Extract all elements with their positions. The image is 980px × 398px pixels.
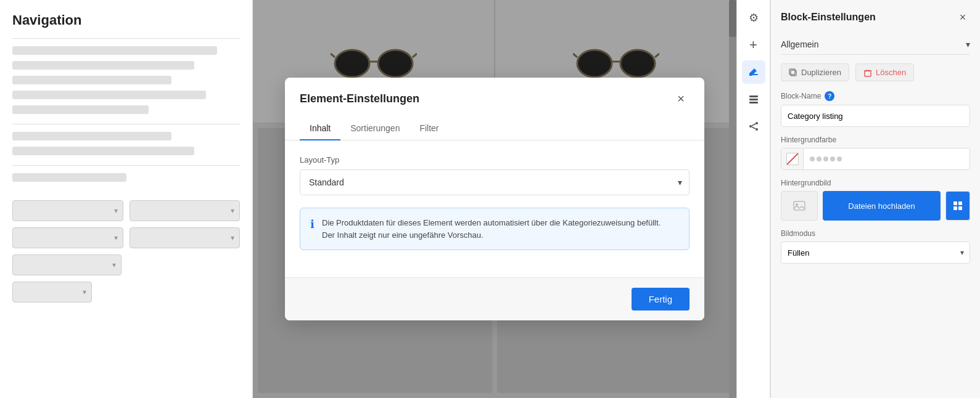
color-dot-1 <box>810 156 815 161</box>
svg-rect-13 <box>749 102 758 104</box>
color-dot-4 <box>830 156 835 161</box>
main-content-area: Element-Einstellungen × Inhalt Sortierun… <box>253 0 736 398</box>
background-image-label: Hintergrundbild <box>781 179 970 187</box>
svg-rect-28 <box>958 201 962 205</box>
duplicate-button[interactable]: Duplizieren <box>781 63 849 81</box>
image-placeholder-icon <box>792 198 807 213</box>
nav-divider-2 <box>12 124 240 124</box>
skeleton-nav-item <box>12 173 126 182</box>
tab-inhalt[interactable]: Inhalt <box>300 117 340 140</box>
background-color-picker[interactable] <box>781 148 970 170</box>
dropdown-3[interactable]: ▾ <box>12 227 123 248</box>
svg-rect-27 <box>953 201 957 205</box>
dropdown-row-3: ▾ <box>12 254 240 275</box>
add-toolbar-icon[interactable]: + <box>742 33 765 57</box>
left-navigation-panel: Navigation ▾ ▾ ▾ ▾ ▾ ▾ <box>0 0 253 398</box>
image-mode-select-wrapper: Füllen Anpassen Dehnen ▾ <box>781 242 970 264</box>
skeleton-nav-item <box>12 91 206 99</box>
tab-sortierungen[interactable]: Sortierungen <box>340 117 410 140</box>
color-dot-3 <box>823 156 828 161</box>
duplicate-icon <box>789 68 797 77</box>
dropdown-5[interactable]: ▾ <box>12 254 121 275</box>
dropdown-row-2: ▾ ▾ <box>12 227 240 248</box>
svg-line-17 <box>752 124 756 126</box>
action-row: Duplizieren Löschen <box>781 63 970 81</box>
color-dots <box>804 156 970 161</box>
help-badge[interactable]: ? <box>825 91 834 101</box>
image-mode-label: Bildmodus <box>781 229 970 238</box>
modal-tabs: Inhalt Sortierungen Filter <box>285 117 704 140</box>
icon-toolbar: ⚙ + <box>736 0 770 398</box>
allgemein-label: Allgemein <box>781 39 818 49</box>
submit-button[interactable]: Fertig <box>632 288 690 311</box>
delete-button[interactable]: Löschen <box>855 63 914 81</box>
info-box: ℹ Die Produktdaten für dieses Element we… <box>300 208 690 250</box>
modal-footer: Fertig <box>285 277 704 320</box>
block-name-input[interactable] <box>781 105 970 127</box>
color-swatch-inner <box>786 153 799 165</box>
panel-title: Block-Einstellungen <box>781 12 876 23</box>
skeleton-nav-item <box>12 147 194 155</box>
edit-icon-svg <box>748 67 759 78</box>
dropdown-2[interactable]: ▾ <box>130 200 241 221</box>
dropdown-row-4: ▾ <box>12 282 240 303</box>
svg-line-18 <box>752 127 756 129</box>
dropdown-6[interactable]: ▾ <box>12 282 92 303</box>
skeleton-nav-item <box>12 61 194 70</box>
modal-header: Element-Einstellungen × <box>285 78 704 117</box>
element-settings-modal: Element-Einstellungen × Inhalt Sortierun… <box>285 78 704 320</box>
layers-toolbar-icon[interactable] <box>742 87 765 111</box>
svg-rect-21 <box>865 71 871 76</box>
modal-overlay: Element-Einstellungen × Inhalt Sortierun… <box>253 0 736 398</box>
block-name-field-label: Block-Name ? <box>781 91 970 101</box>
svg-rect-12 <box>749 99 758 100</box>
dropdown-row-1: ▾ ▾ <box>12 200 240 221</box>
skeleton-nav-item <box>12 105 149 114</box>
layers-icon-svg <box>748 94 759 105</box>
layout-type-label: Layout-Typ <box>300 155 690 164</box>
modal-body: Layout-Typ Standard Grid Liste ▾ ℹ Die P… <box>285 140 704 277</box>
tab-filter[interactable]: Filter <box>410 117 448 140</box>
panel-close-button[interactable]: × <box>955 10 970 25</box>
share-toolbar-icon[interactable] <box>742 115 765 138</box>
skeleton-nav-item <box>12 76 171 84</box>
settings-toolbar-icon[interactable]: ⚙ <box>742 6 765 30</box>
skeleton-nav-item <box>12 46 217 55</box>
svg-rect-11 <box>749 95 758 97</box>
image-placeholder <box>781 191 818 221</box>
svg-point-16 <box>756 128 758 131</box>
grid-view-button[interactable] <box>945 191 970 221</box>
edit-toolbar-icon[interactable] <box>742 60 765 84</box>
svg-point-15 <box>749 125 752 128</box>
layout-type-select[interactable]: Standard Grid Liste <box>300 169 690 195</box>
nav-divider <box>12 38 240 39</box>
dropdown-1[interactable]: ▾ <box>12 200 123 221</box>
color-dot-5 <box>837 156 842 161</box>
upload-button[interactable]: Dateien hochladen <box>823 191 941 221</box>
right-settings-panel: Block-Einstellungen × Allgemein ▾ Dupliz… <box>770 0 980 398</box>
delete-icon <box>863 68 872 77</box>
color-dot-2 <box>817 156 821 161</box>
svg-rect-29 <box>953 206 957 210</box>
modal-title: Element-Einstellungen <box>300 92 419 105</box>
modal-close-button[interactable]: × <box>672 90 690 107</box>
color-swatch[interactable] <box>781 148 804 170</box>
grid-icon <box>953 201 963 211</box>
info-icon: ℹ <box>310 217 315 231</box>
dropdown-4[interactable]: ▾ <box>130 227 241 248</box>
share-icon-svg <box>748 121 759 132</box>
allgemein-accordion[interactable]: Allgemein ▾ <box>781 35 970 55</box>
image-upload-row: Dateien hochladen <box>781 191 970 221</box>
nav-title: Navigation <box>12 12 240 28</box>
nav-divider-3 <box>12 165 240 166</box>
svg-rect-30 <box>958 206 962 210</box>
background-color-label: Hintergrundfarbe <box>781 136 970 144</box>
panel-header: Block-Einstellungen × <box>781 10 970 25</box>
info-text: Die Produktdaten für dieses Element werd… <box>322 217 661 241</box>
image-mode-select[interactable]: Füllen Anpassen Dehnen <box>781 242 970 264</box>
allgemein-chevron: ▾ <box>966 39 970 49</box>
skeleton-nav-item <box>12 132 171 140</box>
svg-point-14 <box>756 122 758 124</box>
layout-type-select-wrapper: Standard Grid Liste ▾ <box>300 169 690 195</box>
